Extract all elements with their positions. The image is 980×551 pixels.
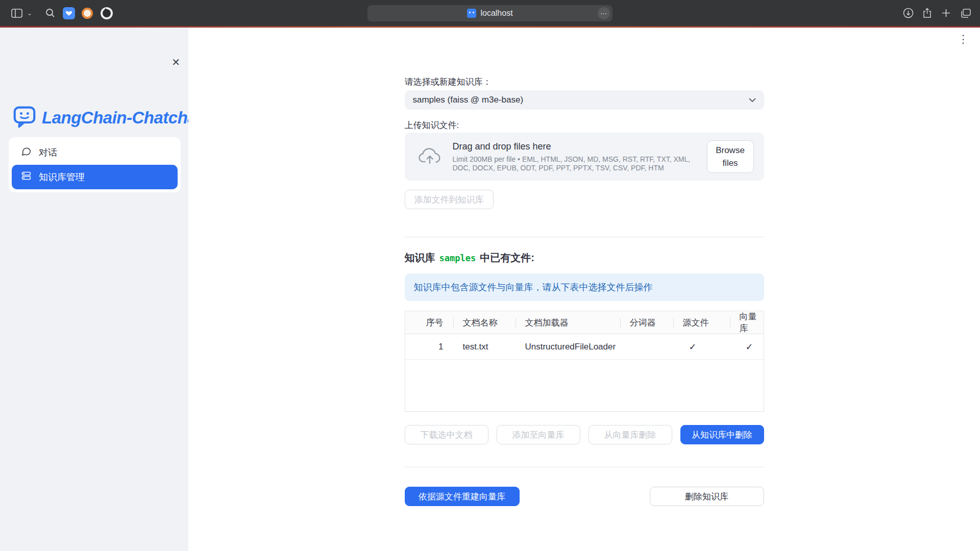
search-icon[interactable] — [44, 0, 56, 26]
info-banner: 知识库中包含源文件与向量库，请从下表中选择文件后操作 — [405, 273, 764, 301]
content-column: 请选择或新建知识库： samples (faiss @ m3e-base) 上传… — [405, 28, 764, 506]
chevron-down-icon[interactable]: ⌄ — [26, 0, 34, 26]
delete-from-kb-button[interactable]: 从知识库中删除 — [680, 425, 764, 444]
table-cell-index[interactable]: 1 — [405, 334, 454, 360]
kb-select[interactable]: samples (faiss @ m3e-base) — [405, 90, 764, 110]
table-header-splitter[interactable]: 分词器 — [621, 311, 674, 334]
url-text: localhost — [480, 9, 512, 18]
file-dropzone[interactable]: Drag and drop files here Limit 200MB per… — [405, 133, 764, 181]
upload-label: 上传知识文件: — [405, 120, 764, 131]
page-options-icon[interactable]: ⋯ — [598, 7, 610, 19]
dropzone-limit-text: Limit 200MB per file • EML, HTML, JSON, … — [453, 155, 698, 172]
app-viewport: ✕ LangChain-Chatchat 对 — [0, 28, 980, 551]
browse-files-button[interactable]: Browse files — [707, 140, 754, 173]
chat-bubble-icon — [21, 146, 32, 159]
add-to-vector-button[interactable]: 添加至向量库 — [497, 425, 580, 444]
dropzone-texts: Drag and drop files here Limit 200MB per… — [453, 141, 707, 172]
table-cell-source-check[interactable]: ✓ — [674, 334, 730, 360]
extension-blue-icon[interactable] — [62, 0, 76, 26]
table-header-loader[interactable]: 文档加载器 — [516, 311, 621, 334]
table-cell-loader[interactable]: UnstructuredFileLoader — [516, 334, 621, 360]
site-favicon — [467, 9, 476, 18]
sidebar-item-dialogue[interactable]: 对话 — [12, 140, 178, 165]
kb-files-heading: 知识库 samples 中已有文件: — [405, 252, 764, 264]
logo-chat-icon — [13, 105, 36, 131]
sidebar: ✕ LangChain-Chatchat 对 — [0, 28, 188, 551]
divider — [405, 467, 764, 467]
extension-orange-icon[interactable] — [81, 0, 94, 26]
dropzone-title: Drag and drop files here — [453, 141, 698, 152]
close-icon[interactable]: ✕ — [172, 56, 180, 68]
sidebar-item-label: 对话 — [39, 146, 57, 159]
cloud-upload-icon — [418, 146, 442, 167]
table-empty-area — [405, 360, 764, 411]
kb-select-value: samples (faiss @ m3e-base) — [413, 95, 749, 105]
browser-toolbar: ⌄ localhost ⋯ — [0, 0, 980, 26]
new-tab-icon[interactable] — [939, 0, 952, 26]
sidebar-item-label: 知识库管理 — [39, 171, 85, 183]
kb-files-table: 序号 文档名称 文档加载器 分词器 源文件 向量库 1 test.txt Uns… — [405, 311, 764, 412]
table-cell-name[interactable]: test.txt — [454, 334, 516, 360]
sidebar-toggle-icon[interactable] — [10, 0, 23, 26]
main-area: ⋮ 请选择或新建知识库： samples (faiss @ m3e-base) … — [188, 28, 980, 551]
download-selected-button[interactable]: 下载选中文档 — [405, 425, 488, 444]
table-cell-vector-check[interactable]: ✓ — [730, 334, 764, 360]
knowledge-base-icon — [21, 170, 32, 184]
select-chevron-down-icon — [749, 95, 756, 105]
add-files-button[interactable]: 添加文件到知识库 — [405, 190, 494, 209]
divider — [405, 237, 764, 237]
sidebar-nav: 对话 知识库管理 — [9, 137, 181, 192]
table-header-index[interactable]: 序号 — [405, 311, 454, 334]
kb-select-label: 请选择或新建知识库： — [405, 77, 764, 87]
table-header-source[interactable]: 源文件 — [674, 311, 730, 334]
kb-name-code: samples — [439, 252, 476, 264]
table-cell-splitter[interactable] — [621, 334, 674, 360]
downloads-icon[interactable] — [901, 0, 915, 26]
address-bar[interactable]: localhost ⋯ — [368, 5, 612, 21]
rebuild-vector-store-button[interactable]: 依据源文件重建向量库 — [405, 487, 520, 506]
share-icon[interactable] — [920, 0, 934, 26]
github-icon[interactable] — [100, 0, 113, 26]
sidebar-item-kb-management[interactable]: 知识库管理 — [12, 165, 178, 189]
streamlit-menu-icon[interactable]: ⋮ — [958, 34, 969, 45]
logo-text: LangChain-Chatchat — [42, 108, 202, 128]
remove-from-vector-button[interactable]: 从向量库删除 — [589, 425, 672, 444]
kb-heading-suffix: 中已有文件: — [480, 252, 534, 264]
app-logo: LangChain-Chatchat — [13, 105, 202, 131]
delete-kb-button[interactable]: 删除知识库 — [650, 487, 764, 506]
table-action-buttons: 下载选中文档 添加至向量库 从向量库删除 从知识库中删除 — [405, 425, 764, 444]
kb-bottom-buttons: 依据源文件重建向量库 删除知识库 — [405, 487, 764, 506]
table-header-vector[interactable]: 向量库 — [730, 311, 764, 334]
tab-overview-icon[interactable] — [959, 0, 973, 26]
kb-heading-prefix: 知识库 — [405, 252, 435, 264]
table-header-name[interactable]: 文档名称 — [454, 311, 516, 334]
